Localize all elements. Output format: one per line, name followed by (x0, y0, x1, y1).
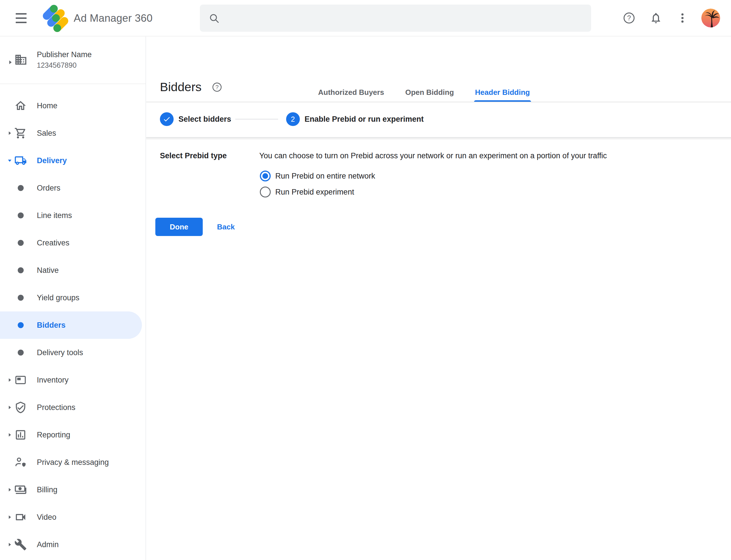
sidebar-item-home[interactable]: Home (0, 92, 146, 119)
person-shield-icon (14, 456, 27, 469)
bullet-icon (18, 185, 24, 191)
notifications-button[interactable] (647, 9, 665, 27)
tab-bar-divider (146, 102, 731, 102)
shopping-cart-icon (14, 127, 27, 139)
radio-run-prebid-experiment[interactable]: Run Prebid experiment (260, 184, 375, 200)
step-enable-prebid[interactable]: 2 Enable Prebid or run experiment (286, 112, 424, 126)
form-actions: Done Back (155, 218, 235, 236)
more-vert-icon (676, 12, 689, 24)
web-page-icon (14, 374, 27, 386)
radio-run-prebid-entire-network[interactable]: Run Prebid on entire network (260, 168, 375, 184)
tab-header-bidding[interactable]: Header Bidding (474, 83, 531, 102)
bullet-icon (18, 295, 24, 301)
sidebar-item-delivery-tools[interactable]: Delivery tools (0, 339, 146, 366)
radio-unselected-icon (260, 187, 271, 197)
sidebar-item-billing[interactable]: Billing (0, 476, 146, 503)
main-content: Bidders ? Authorized Buyers Open Bidding… (146, 37, 731, 560)
stepper: Select bidders 2 Enable Prebid or run ex… (160, 111, 424, 127)
search-bar (200, 5, 591, 32)
sidebar-item-admin[interactable]: Admin (0, 531, 146, 558)
sidebar-item-orders[interactable]: Orders (0, 174, 146, 202)
chevron-down-icon (6, 157, 13, 164)
publisher-name: Publisher Name (37, 50, 92, 59)
app-bar: Ad Manager 360 ? (0, 0, 731, 36)
sidebar-item-creatives[interactable]: Creatives (0, 229, 146, 257)
sidebar: Publisher Name 1234567890 Home Sales (0, 37, 146, 560)
section-description: You can choose to turn on Prebid across … (259, 151, 607, 161)
sidebar-item-native[interactable]: Native (0, 257, 146, 284)
page-title: Bidders (160, 80, 202, 94)
search-input[interactable] (227, 14, 582, 23)
help-icon: ? (622, 11, 636, 25)
chevron-right-icon (6, 541, 13, 548)
help-button[interactable]: ? (620, 9, 638, 27)
chevron-right-icon (6, 404, 13, 411)
publisher-code: 1234567890 (37, 61, 77, 69)
shield-check-icon (14, 401, 27, 414)
sidebar-item-sales[interactable]: Sales (0, 119, 146, 147)
chevron-right-icon (6, 513, 13, 521)
chevron-right-icon (6, 376, 13, 384)
chevron-right-icon (6, 486, 13, 493)
chevron-right-icon (6, 129, 13, 137)
sidebar-item-bidders[interactable]: Bidders (0, 311, 142, 339)
wrench-icon (14, 538, 27, 551)
sidebar-item-video[interactable]: Video (0, 503, 146, 531)
video-camera-icon (14, 511, 27, 523)
bullet-icon (18, 322, 24, 328)
chevron-right-icon (6, 431, 13, 439)
sidebar-item-inventory[interactable]: Inventory (0, 366, 146, 394)
avatar[interactable] (701, 9, 720, 27)
step-number-badge: 2 (286, 112, 300, 126)
sidebar-item-delivery[interactable]: Delivery (0, 147, 146, 174)
home-icon (14, 99, 27, 112)
building-icon (14, 53, 27, 67)
chevron-right-icon (6, 58, 14, 67)
tab-bar: Authorized Buyers Open Bidding Header Bi… (317, 83, 550, 102)
bullet-icon (18, 267, 24, 273)
section-divider-shadow (146, 137, 731, 140)
menu-icon[interactable] (12, 9, 30, 27)
section-label: Select Prebid type (160, 151, 227, 161)
step-connector (235, 119, 278, 119)
sidebar-item-line-items[interactable]: Line items (0, 202, 146, 229)
help-icon: ? (212, 82, 223, 93)
bullet-icon (18, 240, 24, 246)
sidebar-item-yield-groups[interactable]: Yield groups (0, 284, 146, 311)
page-help-button[interactable]: ? (212, 82, 223, 93)
prebid-type-radio-group: Run Prebid on entire network Run Prebid … (260, 168, 375, 200)
notifications-icon (650, 12, 662, 24)
bullet-icon (18, 350, 24, 356)
payments-icon (14, 483, 27, 496)
tab-authorized-buyers[interactable]: Authorized Buyers (317, 83, 385, 102)
bar-chart-icon (14, 429, 27, 441)
svg-text:?: ? (215, 84, 219, 90)
sidebar-item-privacy-messaging[interactable]: Privacy & messaging (0, 449, 146, 476)
done-button[interactable]: Done (155, 218, 203, 236)
svg-text:?: ? (627, 14, 631, 22)
radio-selected-icon (260, 171, 271, 181)
sidebar-item-reporting[interactable]: Reporting (0, 421, 146, 449)
product-name: Ad Manager 360 (74, 0, 153, 36)
sidebar-item-protections[interactable]: Protections (0, 394, 146, 421)
publisher-selector[interactable]: Publisher Name 1234567890 (0, 37, 146, 84)
search-icon (209, 13, 220, 24)
step-select-bidders[interactable]: Select bidders (160, 112, 231, 126)
tab-open-bidding[interactable]: Open Bidding (404, 83, 455, 102)
more-vert-button[interactable] (673, 9, 692, 27)
delivery-truck-icon (14, 154, 27, 167)
step-completed-check-icon (160, 112, 174, 126)
bullet-icon (18, 213, 24, 219)
back-button[interactable]: Back (217, 223, 235, 231)
ad-manager-logo (42, 4, 70, 32)
